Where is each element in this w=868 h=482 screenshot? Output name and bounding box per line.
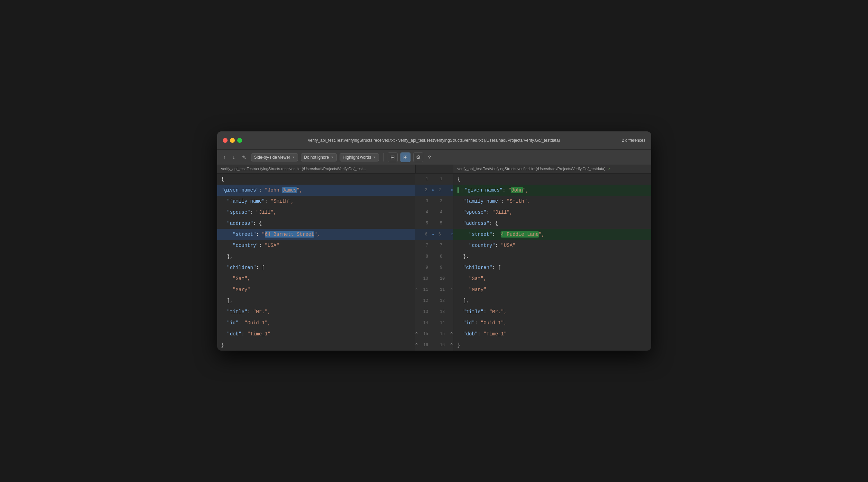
- left-code-11: "Mary": [217, 284, 415, 295]
- diff-body: { "given_names": "John James", "family_n…: [217, 174, 651, 351]
- window-title: verify_api_test.TestVerifyingStructs.rec…: [308, 138, 560, 143]
- gutter-row-15: 15 15 ⌃ ⌃: [415, 328, 453, 340]
- left-line-2: "given_names": "John James",: [217, 185, 415, 196]
- right-line-2: | "given_names": "John",: [453, 185, 651, 196]
- left-line-14: "id": "Guid_1",: [217, 317, 415, 328]
- left-code-3: "family_name": "Smith",: [217, 196, 415, 207]
- gutter-row-3: 3 3: [415, 196, 453, 207]
- left-line-10: "Sam",: [217, 273, 415, 284]
- columns-icon-button[interactable]: ⊞: [400, 152, 410, 162]
- gutter-row-7: 7 7: [415, 240, 453, 251]
- traffic-lights: [223, 138, 242, 143]
- right-line-7: "country": "USA": [453, 240, 651, 251]
- left-line-9: "children": [: [217, 262, 415, 273]
- right-code-11: "Mary": [453, 284, 651, 295]
- gutter-row-6: 6 » 6 «: [415, 229, 453, 240]
- right-code-7: "country": "USA": [453, 240, 651, 251]
- left-code-10: "Sam",: [217, 273, 415, 284]
- titlebar: verify_api_test.TestVerifyingStructs.rec…: [217, 131, 651, 149]
- right-line-15: "dob": "Time_1": [453, 328, 651, 340]
- left-line-12: ],: [217, 295, 415, 306]
- next-diff-button[interactable]: ↓: [231, 153, 237, 161]
- gutter-row-4: 4 4: [415, 207, 453, 218]
- highlight-label: Highlight words: [343, 155, 371, 160]
- gutter-row-14: 14 14: [415, 317, 453, 328]
- diff-count: 2 differences: [622, 138, 646, 143]
- layout-icon-button[interactable]: ⊟: [388, 152, 398, 162]
- left-line-4: "spouse": "Jill",: [217, 207, 415, 218]
- left-line-11: "Mary": [217, 284, 415, 295]
- left-line-5: "address": {: [217, 218, 415, 229]
- prev-diff-button[interactable]: ↑: [221, 153, 228, 161]
- fold-icon-16-left[interactable]: ⌃: [415, 342, 418, 348]
- left-code-7: "country": "USA": [217, 240, 415, 251]
- right-line-3: "family_name": "Smith",: [453, 196, 651, 207]
- right-code-1: {: [453, 174, 651, 185]
- minimize-button[interactable]: [230, 138, 235, 143]
- left-code-6: "street": "64 Barnett Street",: [217, 229, 415, 240]
- right-line-10: "Sam",: [453, 273, 651, 284]
- right-code-9: "children": [: [453, 262, 651, 273]
- left-file-header: verify_api_test.TestVerifyingStructs.rec…: [217, 165, 415, 173]
- diff-arrow-right-2: «: [451, 232, 453, 237]
- gutter-row-11: 11 11 ⌃ ⌃: [415, 284, 453, 295]
- file-headers: verify_api_test.TestVerifyingStructs.rec…: [217, 165, 651, 174]
- left-code-8: },: [217, 251, 415, 262]
- gutter-row-12: 12 12: [415, 295, 453, 306]
- left-code-9: "children": [: [217, 262, 415, 273]
- right-pane: { | "given_names": "John", "family_name"…: [453, 174, 651, 351]
- left-line-6: "street": "64 Barnett Street",: [217, 229, 415, 240]
- right-code-13: "title": "Mr.",: [453, 306, 651, 317]
- gutter-row-8: 8 8: [415, 251, 453, 262]
- fold-icon-11[interactable]: ⌃: [450, 287, 453, 293]
- left-pane: { "given_names": "John James", "family_n…: [217, 174, 415, 351]
- right-line-12: ],: [453, 295, 651, 306]
- highlight-dropdown[interactable]: Highlight words ▼: [340, 153, 379, 161]
- left-line-16: }: [217, 340, 415, 351]
- left-line-7: "country": "USA": [217, 240, 415, 251]
- left-line-13: "title": "Mr.",: [217, 306, 415, 317]
- ignore-dropdown[interactable]: Do not ignore ▼: [301, 153, 337, 161]
- right-code-8: },: [453, 251, 651, 262]
- settings-button[interactable]: ⚙: [413, 152, 423, 162]
- right-line-1: {: [453, 174, 651, 185]
- right-line-5: "address": {: [453, 218, 651, 229]
- gutter-row-10: 10 10: [415, 273, 453, 284]
- toolbar: ↑ ↓ ✎ Side-by-side viewer ▼ Do not ignor…: [217, 149, 651, 165]
- gutter-row-1: 1 1: [415, 174, 453, 185]
- ignore-label: Do not ignore: [304, 155, 329, 160]
- right-code-16: }: [453, 340, 651, 351]
- fold-icon-11-left[interactable]: ⌃: [415, 287, 418, 293]
- right-code-5: "address": {: [453, 218, 651, 229]
- right-line-9: "children": [: [453, 262, 651, 273]
- left-line-8: },: [217, 251, 415, 262]
- help-button[interactable]: ?: [426, 153, 433, 161]
- diff-arrow-right: «: [451, 188, 453, 192]
- right-code-14: "id": "Guid_1",: [453, 317, 651, 328]
- right-code-2: | "given_names": "John",: [453, 185, 651, 196]
- right-line-8: },: [453, 251, 651, 262]
- close-button[interactable]: [223, 138, 228, 143]
- left-line-1: {: [217, 174, 415, 185]
- left-code-5: "address": {: [217, 218, 415, 229]
- right-line-14: "id": "Guid_1",: [453, 317, 651, 328]
- chevron-down-icon: ▼: [292, 156, 295, 159]
- viewer-mode-dropdown[interactable]: Side-by-side viewer ▼: [251, 153, 298, 161]
- left-code-12: ],: [217, 295, 415, 306]
- maximize-button[interactable]: [237, 138, 242, 143]
- left-code-2: "given_names": "John James",: [217, 185, 415, 196]
- right-code-12: ],: [453, 295, 651, 306]
- fold-icon-15[interactable]: ⌃: [450, 331, 453, 337]
- right-file-header: verify_api_test.TestVerifyingStructs.ver…: [453, 165, 651, 173]
- gutter: .gutter-cell { display: flex; align-item…: [415, 174, 453, 351]
- left-code-14: "id": "Guid_1",: [217, 317, 415, 328]
- gutter-row-9: 9 9: [415, 262, 453, 273]
- fold-icon-16[interactable]: ⌃: [450, 342, 453, 348]
- fold-icon-15-left[interactable]: ⌃: [415, 331, 418, 337]
- verified-checkmark: ✓: [608, 167, 611, 171]
- chevron-down-icon: ▼: [373, 156, 376, 159]
- left-code-1: {: [217, 174, 415, 185]
- right-code-6: "street": "4 Puddle Lane",: [453, 229, 651, 240]
- gutter-header-spacer: [415, 165, 453, 173]
- edit-button[interactable]: ✎: [240, 153, 248, 161]
